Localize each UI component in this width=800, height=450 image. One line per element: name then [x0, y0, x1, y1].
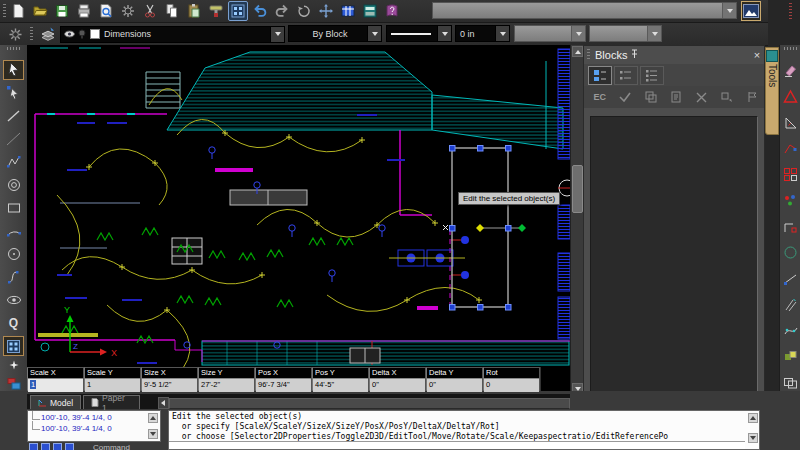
tile-windows-button[interactable] [360, 1, 380, 21]
tab-paper-1[interactable]: Paper 1 [83, 395, 139, 409]
close-icon[interactable]: × [750, 49, 764, 61]
linetype-combo[interactable] [386, 25, 452, 42]
selected-object-handles[interactable] [443, 146, 526, 311]
ec-button[interactable]: EC [588, 88, 611, 107]
save-button[interactable] [52, 1, 72, 21]
sketch-tool[interactable] [780, 294, 800, 314]
prop-scale-y-input[interactable]: 1 [85, 378, 140, 392]
drawing-canvas[interactable]: Y X Z Edit the selected object(s) [27, 45, 570, 395]
circle-draw-tool[interactable] [780, 242, 800, 262]
coordinate-entry[interactable]: 100'-10, 39'-4 1/4, 0 [28, 413, 160, 422]
command-line-panel[interactable]: Edit the selected object(s) or specify [… [168, 410, 760, 450]
hatch-tool[interactable] [780, 164, 800, 184]
prop-scale-x-input[interactable]: 1 [28, 378, 83, 392]
blocks-panel-titlebar[interactable]: Blocks × [584, 46, 764, 64]
prop-size-x-input[interactable]: 9'-5 1/2" [142, 378, 197, 392]
lineweight-combo[interactable]: 0 in [455, 25, 510, 42]
combo-arrow[interactable] [647, 26, 661, 41]
flag-button[interactable] [741, 88, 764, 107]
drawing-preview-button[interactable] [741, 1, 761, 21]
polyline-tool[interactable] [3, 152, 24, 172]
warning-tool[interactable] [780, 86, 800, 106]
line-handle-tool[interactable] [780, 268, 800, 288]
command-scroll-up-button[interactable] [748, 413, 758, 423]
h-scrollbar-thumb[interactable] [169, 398, 570, 409]
point-tool[interactable] [780, 190, 800, 210]
command-scroll-down-button[interactable] [748, 433, 758, 443]
arc-tool[interactable] [3, 221, 24, 241]
print-button[interactable] [74, 1, 94, 21]
layer-combo[interactable]: Dimensions [60, 26, 285, 43]
prompt-icon[interactable] [65, 443, 74, 450]
combo-arrow[interactable] [571, 26, 585, 41]
prompt-icon[interactable] [53, 443, 62, 450]
rotate-handle-green[interactable] [518, 224, 526, 232]
print-preview-button[interactable] [96, 1, 116, 21]
prop-pos-y-input[interactable]: 44'-5" [313, 378, 368, 392]
combo-arrow[interactable] [270, 27, 284, 42]
show-entity-tool[interactable] [3, 290, 24, 310]
coord-scroll-down-button[interactable] [148, 429, 158, 439]
scale-handle-yellow[interactable] [476, 224, 484, 232]
delete-block-button[interactable] [690, 88, 713, 107]
region-tool[interactable] [780, 216, 800, 236]
blocks-list[interactable] [590, 116, 758, 401]
toolbar-grip[interactable] [784, 47, 798, 50]
canvas-vertical-scrollbar[interactable] [570, 45, 584, 395]
prop-pos-x-input[interactable]: 96'-7 3/4" [256, 378, 311, 392]
combo-arrow[interactable] [367, 26, 381, 41]
scrollbar-thumb[interactable] [572, 165, 583, 213]
pan-button[interactable] [316, 1, 336, 21]
donut-tool[interactable] [3, 175, 24, 195]
tools-tab[interactable]: Tools [765, 47, 779, 135]
panel-grip[interactable] [587, 49, 590, 61]
prop-delta-x-input[interactable]: 0" [370, 378, 425, 392]
toolbar-grip[interactable] [3, 4, 6, 18]
overlap-tool[interactable] [780, 372, 800, 392]
prop-size-y-input[interactable]: 27'-2" [199, 378, 254, 392]
erase-tool[interactable] [780, 60, 800, 80]
paste-button[interactable] [184, 1, 204, 21]
toolbar-grip[interactable] [30, 27, 33, 41]
block-list-view-button[interactable] [588, 66, 612, 85]
combo-arrow[interactable] [495, 26, 509, 41]
copy-block-button[interactable] [639, 88, 662, 107]
coord-scroll-up-button[interactable] [148, 413, 158, 423]
rotate-view-button[interactable] [294, 1, 314, 21]
empty-combo-2[interactable] [589, 25, 662, 42]
paste-block-button[interactable] [664, 88, 687, 107]
insert-block-tool[interactable] [3, 336, 24, 356]
quick-select-tool[interactable]: Q [3, 313, 24, 333]
open-button[interactable] [30, 1, 50, 21]
pin-icon[interactable] [627, 49, 641, 61]
new-file-button[interactable] [8, 1, 28, 21]
construction-line-tool[interactable] [3, 129, 24, 149]
line-tool[interactable] [3, 106, 24, 126]
select-node-tool[interactable] [3, 83, 24, 103]
prompt-icon[interactable] [29, 443, 38, 450]
h-scroll-left-button[interactable] [158, 397, 170, 409]
spline-tool[interactable] [3, 267, 24, 287]
rename-block-button[interactable] [715, 88, 738, 107]
small-icons-view-button[interactable] [614, 66, 638, 85]
options-button[interactable] [5, 24, 25, 44]
apply-button[interactable] [613, 88, 636, 107]
layers-button[interactable] [38, 24, 58, 44]
circle-tool[interactable] [3, 244, 24, 264]
polyline-edit-tool[interactable] [780, 138, 800, 158]
redo-button[interactable] [272, 1, 292, 21]
select-tool[interactable] [3, 60, 24, 80]
rectangle-tool[interactable] [3, 198, 24, 218]
toolbar-grip[interactable] [7, 47, 21, 50]
prop-delta-y-input[interactable]: 0" [427, 378, 482, 392]
cut-button[interactable] [140, 1, 160, 21]
curve-edit-tool[interactable] [780, 320, 800, 340]
command-input[interactable] [169, 442, 745, 449]
settings-button[interactable] [118, 1, 138, 21]
empty-combo-1[interactable] [514, 25, 586, 42]
coordinate-entry[interactable]: 100'-10, 39'-4 1/4, 0 [28, 424, 160, 433]
combo-arrow[interactable] [437, 26, 451, 41]
measure-tool[interactable] [780, 112, 800, 132]
color-combo[interactable]: By Block [288, 25, 382, 42]
format-painter-button[interactable] [206, 1, 226, 21]
